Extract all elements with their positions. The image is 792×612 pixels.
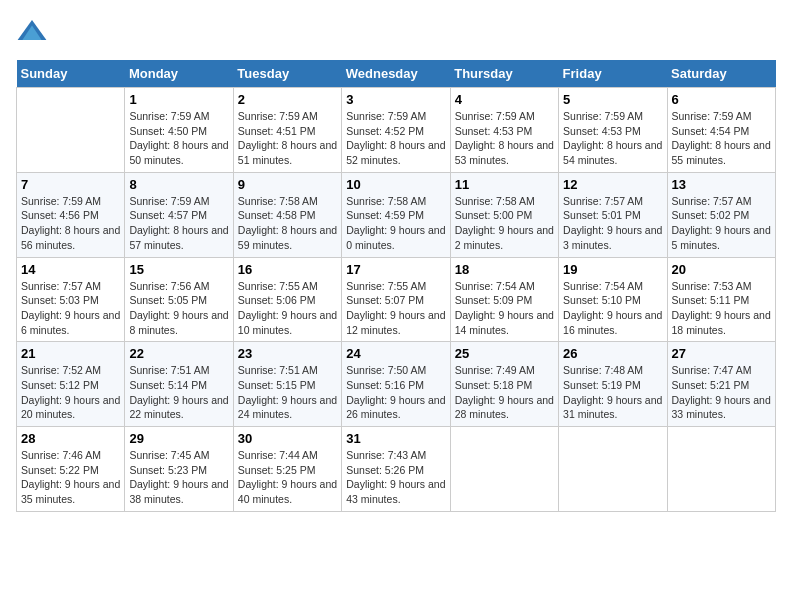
weekday-header-tuesday: Tuesday [233, 60, 341, 88]
calendar-cell: 31Sunrise: 7:43 AMSunset: 5:26 PMDayligh… [342, 427, 450, 512]
day-number: 13 [672, 177, 771, 192]
calendar-cell: 16Sunrise: 7:55 AMSunset: 5:06 PMDayligh… [233, 257, 341, 342]
day-number: 18 [455, 262, 554, 277]
calendar-cell: 20Sunrise: 7:53 AMSunset: 5:11 PMDayligh… [667, 257, 775, 342]
logo-icon [16, 16, 48, 48]
day-detail: Sunrise: 7:58 AMSunset: 4:59 PMDaylight:… [346, 194, 445, 253]
day-detail: Sunrise: 7:58 AMSunset: 5:00 PMDaylight:… [455, 194, 554, 253]
weekday-header-monday: Monday [125, 60, 233, 88]
day-number: 22 [129, 346, 228, 361]
calendar-week-5: 28Sunrise: 7:46 AMSunset: 5:22 PMDayligh… [17, 427, 776, 512]
day-number: 25 [455, 346, 554, 361]
day-detail: Sunrise: 7:44 AMSunset: 5:25 PMDaylight:… [238, 448, 337, 507]
day-detail: Sunrise: 7:54 AMSunset: 5:10 PMDaylight:… [563, 279, 662, 338]
day-number: 31 [346, 431, 445, 446]
day-detail: Sunrise: 7:46 AMSunset: 5:22 PMDaylight:… [21, 448, 120, 507]
day-detail: Sunrise: 7:59 AMSunset: 4:53 PMDaylight:… [455, 109, 554, 168]
calendar-cell: 17Sunrise: 7:55 AMSunset: 5:07 PMDayligh… [342, 257, 450, 342]
calendar-table: SundayMondayTuesdayWednesdayThursdayFrid… [16, 60, 776, 512]
day-detail: Sunrise: 7:59 AMSunset: 4:50 PMDaylight:… [129, 109, 228, 168]
day-number: 8 [129, 177, 228, 192]
day-number: 2 [238, 92, 337, 107]
day-number: 15 [129, 262, 228, 277]
day-detail: Sunrise: 7:59 AMSunset: 4:51 PMDaylight:… [238, 109, 337, 168]
day-detail: Sunrise: 7:59 AMSunset: 4:56 PMDaylight:… [21, 194, 120, 253]
calendar-cell [559, 427, 667, 512]
calendar-cell: 18Sunrise: 7:54 AMSunset: 5:09 PMDayligh… [450, 257, 558, 342]
weekday-header-row: SundayMondayTuesdayWednesdayThursdayFrid… [17, 60, 776, 88]
day-detail: Sunrise: 7:55 AMSunset: 5:06 PMDaylight:… [238, 279, 337, 338]
day-number: 3 [346, 92, 445, 107]
calendar-cell: 29Sunrise: 7:45 AMSunset: 5:23 PMDayligh… [125, 427, 233, 512]
day-number: 19 [563, 262, 662, 277]
calendar-cell: 25Sunrise: 7:49 AMSunset: 5:18 PMDayligh… [450, 342, 558, 427]
calendar-cell: 24Sunrise: 7:50 AMSunset: 5:16 PMDayligh… [342, 342, 450, 427]
day-number: 4 [455, 92, 554, 107]
calendar-cell: 11Sunrise: 7:58 AMSunset: 5:00 PMDayligh… [450, 172, 558, 257]
day-detail: Sunrise: 7:57 AMSunset: 5:01 PMDaylight:… [563, 194, 662, 253]
day-detail: Sunrise: 7:50 AMSunset: 5:16 PMDaylight:… [346, 363, 445, 422]
day-detail: Sunrise: 7:48 AMSunset: 5:19 PMDaylight:… [563, 363, 662, 422]
calendar-cell: 3Sunrise: 7:59 AMSunset: 4:52 PMDaylight… [342, 88, 450, 173]
day-detail: Sunrise: 7:51 AMSunset: 5:14 PMDaylight:… [129, 363, 228, 422]
calendar-cell: 28Sunrise: 7:46 AMSunset: 5:22 PMDayligh… [17, 427, 125, 512]
day-number: 6 [672, 92, 771, 107]
day-detail: Sunrise: 7:58 AMSunset: 4:58 PMDaylight:… [238, 194, 337, 253]
day-number: 30 [238, 431, 337, 446]
day-detail: Sunrise: 7:45 AMSunset: 5:23 PMDaylight:… [129, 448, 228, 507]
day-number: 9 [238, 177, 337, 192]
day-detail: Sunrise: 7:47 AMSunset: 5:21 PMDaylight:… [672, 363, 771, 422]
calendar-cell: 14Sunrise: 7:57 AMSunset: 5:03 PMDayligh… [17, 257, 125, 342]
day-number: 7 [21, 177, 120, 192]
day-detail: Sunrise: 7:54 AMSunset: 5:09 PMDaylight:… [455, 279, 554, 338]
day-detail: Sunrise: 7:59 AMSunset: 4:52 PMDaylight:… [346, 109, 445, 168]
day-number: 21 [21, 346, 120, 361]
calendar-cell: 13Sunrise: 7:57 AMSunset: 5:02 PMDayligh… [667, 172, 775, 257]
day-number: 26 [563, 346, 662, 361]
logo [16, 16, 52, 48]
calendar-cell [667, 427, 775, 512]
calendar-week-2: 7Sunrise: 7:59 AMSunset: 4:56 PMDaylight… [17, 172, 776, 257]
day-number: 20 [672, 262, 771, 277]
day-detail: Sunrise: 7:49 AMSunset: 5:18 PMDaylight:… [455, 363, 554, 422]
calendar-cell: 19Sunrise: 7:54 AMSunset: 5:10 PMDayligh… [559, 257, 667, 342]
weekday-header-sunday: Sunday [17, 60, 125, 88]
day-detail: Sunrise: 7:43 AMSunset: 5:26 PMDaylight:… [346, 448, 445, 507]
weekday-header-friday: Friday [559, 60, 667, 88]
calendar-week-1: 1Sunrise: 7:59 AMSunset: 4:50 PMDaylight… [17, 88, 776, 173]
calendar-cell: 8Sunrise: 7:59 AMSunset: 4:57 PMDaylight… [125, 172, 233, 257]
calendar-cell: 30Sunrise: 7:44 AMSunset: 5:25 PMDayligh… [233, 427, 341, 512]
day-detail: Sunrise: 7:59 AMSunset: 4:53 PMDaylight:… [563, 109, 662, 168]
calendar-cell: 12Sunrise: 7:57 AMSunset: 5:01 PMDayligh… [559, 172, 667, 257]
day-detail: Sunrise: 7:57 AMSunset: 5:03 PMDaylight:… [21, 279, 120, 338]
calendar-cell: 15Sunrise: 7:56 AMSunset: 5:05 PMDayligh… [125, 257, 233, 342]
day-detail: Sunrise: 7:57 AMSunset: 5:02 PMDaylight:… [672, 194, 771, 253]
day-detail: Sunrise: 7:59 AMSunset: 4:57 PMDaylight:… [129, 194, 228, 253]
calendar-cell: 1Sunrise: 7:59 AMSunset: 4:50 PMDaylight… [125, 88, 233, 173]
day-number: 17 [346, 262, 445, 277]
day-detail: Sunrise: 7:55 AMSunset: 5:07 PMDaylight:… [346, 279, 445, 338]
day-number: 29 [129, 431, 228, 446]
day-number: 14 [21, 262, 120, 277]
day-number: 24 [346, 346, 445, 361]
day-detail: Sunrise: 7:51 AMSunset: 5:15 PMDaylight:… [238, 363, 337, 422]
day-number: 12 [563, 177, 662, 192]
weekday-header-wednesday: Wednesday [342, 60, 450, 88]
day-detail: Sunrise: 7:59 AMSunset: 4:54 PMDaylight:… [672, 109, 771, 168]
calendar-cell: 4Sunrise: 7:59 AMSunset: 4:53 PMDaylight… [450, 88, 558, 173]
calendar-cell: 23Sunrise: 7:51 AMSunset: 5:15 PMDayligh… [233, 342, 341, 427]
calendar-week-4: 21Sunrise: 7:52 AMSunset: 5:12 PMDayligh… [17, 342, 776, 427]
calendar-cell: 10Sunrise: 7:58 AMSunset: 4:59 PMDayligh… [342, 172, 450, 257]
day-number: 5 [563, 92, 662, 107]
calendar-cell: 9Sunrise: 7:58 AMSunset: 4:58 PMDaylight… [233, 172, 341, 257]
calendar-cell: 21Sunrise: 7:52 AMSunset: 5:12 PMDayligh… [17, 342, 125, 427]
calendar-cell: 26Sunrise: 7:48 AMSunset: 5:19 PMDayligh… [559, 342, 667, 427]
weekday-header-saturday: Saturday [667, 60, 775, 88]
day-number: 16 [238, 262, 337, 277]
day-detail: Sunrise: 7:53 AMSunset: 5:11 PMDaylight:… [672, 279, 771, 338]
calendar-cell: 2Sunrise: 7:59 AMSunset: 4:51 PMDaylight… [233, 88, 341, 173]
weekday-header-thursday: Thursday [450, 60, 558, 88]
day-number: 1 [129, 92, 228, 107]
day-detail: Sunrise: 7:52 AMSunset: 5:12 PMDaylight:… [21, 363, 120, 422]
calendar-cell: 5Sunrise: 7:59 AMSunset: 4:53 PMDaylight… [559, 88, 667, 173]
